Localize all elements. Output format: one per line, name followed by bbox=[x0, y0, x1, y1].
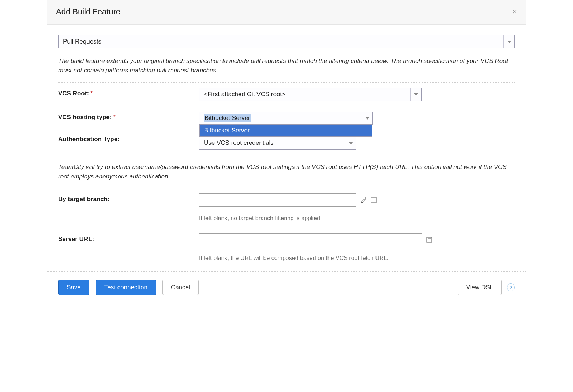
feature-type-select[interactable]: Pull Requests bbox=[58, 35, 515, 48]
close-icon[interactable]: × bbox=[512, 7, 517, 16]
chevron-down-icon bbox=[345, 137, 356, 149]
add-build-feature-dialog: Add Build Feature × Pull Requests The bu… bbox=[47, 0, 526, 304]
test-connection-button[interactable]: Test connection bbox=[96, 280, 156, 295]
view-dsl-button[interactable]: View DSL bbox=[458, 280, 502, 295]
hosting-type-select[interactable]: Bitbucket Server Bitbucket Server bbox=[199, 112, 373, 125]
chevron-down-icon bbox=[410, 88, 421, 101]
svg-marker-2 bbox=[365, 117, 370, 120]
cancel-button[interactable]: Cancel bbox=[162, 280, 199, 295]
server-url-help: If left blank, the URL will be composed … bbox=[199, 254, 404, 263]
server-url-input[interactable] bbox=[199, 233, 422, 246]
vcs-root-label: VCS Root:* bbox=[58, 88, 199, 97]
chevron-down-icon bbox=[503, 35, 514, 48]
feature-description: The build feature extends your original … bbox=[58, 56, 515, 76]
required-marker: * bbox=[90, 90, 93, 97]
row-target-branch: By target branch: If left blank, no targ… bbox=[58, 188, 515, 228]
help-icon[interactable]: ? bbox=[507, 283, 515, 291]
dialog-body: Pull Requests The build feature extends … bbox=[47, 25, 526, 271]
auth-type-label: Authentication Type: bbox=[58, 136, 199, 143]
dialog-footer: Save Test connection Cancel View DSL ? bbox=[47, 271, 526, 304]
magic-wand-icon[interactable] bbox=[360, 197, 367, 203]
list-icon[interactable] bbox=[370, 197, 377, 203]
auth-type-select[interactable]: Use VCS root credentials bbox=[199, 136, 356, 150]
feature-type-value: Pull Requests bbox=[63, 38, 101, 45]
chevron-down-icon bbox=[362, 112, 372, 124]
row-hosting-type: VCS hosting type:* Authentication Type: … bbox=[58, 106, 515, 155]
required-marker: * bbox=[113, 114, 116, 121]
save-button[interactable]: Save bbox=[58, 280, 89, 295]
auth-type-value: Use VCS root credentials bbox=[204, 139, 274, 147]
svg-marker-3 bbox=[349, 142, 353, 144]
svg-marker-0 bbox=[507, 41, 512, 43]
hosting-type-value: Bitbucket Server bbox=[204, 114, 251, 122]
row-server-url: Server URL: If left blank, the URL will … bbox=[58, 228, 515, 268]
hosting-dropdown: Bitbucket Server bbox=[199, 124, 372, 137]
target-branch-label: By target branch: bbox=[58, 193, 199, 203]
labels-col: VCS hosting type:* Authentication Type: bbox=[58, 112, 199, 143]
server-url-label: Server URL: bbox=[58, 233, 199, 243]
list-icon[interactable] bbox=[426, 237, 432, 243]
target-branch-help: If left blank, no target branch filterin… bbox=[199, 214, 515, 223]
row-vcs-root: VCS Root:* <First attached Git VCS root> bbox=[58, 82, 515, 106]
dialog-header: Add Build Feature × bbox=[47, 0, 526, 25]
hosting-option-bitbucket-server[interactable]: Bitbucket Server bbox=[200, 125, 372, 136]
vcs-root-value: <First attached Git VCS root> bbox=[204, 91, 285, 98]
vcs-root-select[interactable]: <First attached Git VCS root> bbox=[199, 88, 422, 101]
auth-description: TeamCity will try to extract username/pa… bbox=[58, 155, 515, 188]
dialog-title: Add Build Feature bbox=[56, 7, 120, 16]
target-branch-input[interactable] bbox=[199, 193, 356, 207]
svg-marker-1 bbox=[414, 93, 418, 96]
